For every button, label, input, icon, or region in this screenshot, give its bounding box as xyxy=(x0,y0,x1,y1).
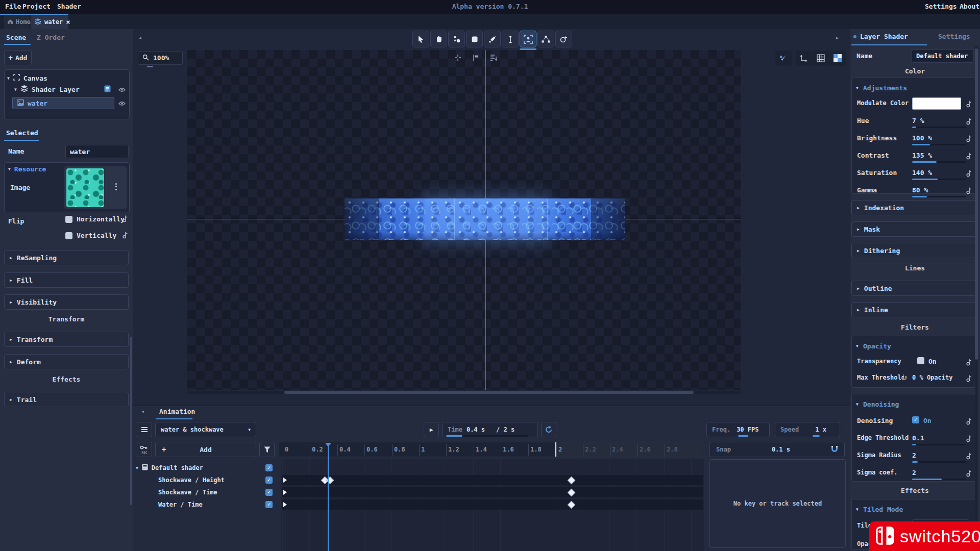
lane-start-key-icon[interactable] xyxy=(283,478,287,483)
gizmo-toggle-button[interactable] xyxy=(796,51,812,66)
key-icon[interactable] xyxy=(122,215,128,224)
section-deform[interactable]: ▶Deform xyxy=(4,354,129,369)
track-checkbox[interactable] xyxy=(265,489,273,496)
key-icon[interactable] xyxy=(966,435,972,444)
filter-tracks-button[interactable] xyxy=(259,442,275,457)
track-checkbox[interactable] xyxy=(265,501,273,508)
key-icon[interactable] xyxy=(966,417,972,427)
reset-icon[interactable]: ↺ xyxy=(903,373,907,381)
right-scrollbar-thumb[interactable] xyxy=(975,48,978,360)
key-icon[interactable] xyxy=(966,452,972,461)
key-icon[interactable] xyxy=(966,358,972,367)
track-lane[interactable] xyxy=(282,487,703,497)
background-checker-toggle-button[interactable] xyxy=(829,51,846,66)
collapse-caret-icon[interactable]: ▼ xyxy=(14,87,17,92)
row-value[interactable]: 80 % xyxy=(912,186,928,194)
slider-track[interactable] xyxy=(912,161,966,163)
row-value[interactable]: 0.1 xyxy=(912,434,924,442)
tree-item-canvas[interactable]: ▼ Canvas xyxy=(7,72,126,84)
time-slider-track[interactable] xyxy=(446,435,528,437)
tool-select[interactable] xyxy=(412,31,429,47)
resource-header[interactable]: ▼ Resource xyxy=(8,165,46,173)
loop-button[interactable] xyxy=(541,422,556,437)
zoom-control[interactable]: 100% xyxy=(138,51,183,65)
grid-toggle-button[interactable] xyxy=(813,51,829,66)
row-value[interactable]: 100 % xyxy=(912,134,932,142)
key-icon[interactable] xyxy=(966,187,972,196)
tab-water[interactable]: water × xyxy=(31,15,68,29)
section-visibility[interactable]: ▶Visibility xyxy=(4,294,129,310)
timeline-collapse-icon[interactable]: ▼ xyxy=(142,410,144,414)
key-icon[interactable] xyxy=(122,231,128,240)
track-row-default-shader[interactable]: ▼ Default shader xyxy=(136,462,278,473)
slider-track[interactable] xyxy=(912,127,966,128)
center-view-crosshair-icon[interactable] xyxy=(454,54,461,63)
eye-icon[interactable] xyxy=(118,86,126,94)
zoom-slider-nub[interactable] xyxy=(147,66,153,67)
slider-track[interactable] xyxy=(912,144,966,145)
playhead-line[interactable] xyxy=(328,443,329,551)
magnet-icon[interactable] xyxy=(831,445,838,454)
modulate-color-swatch[interactable] xyxy=(912,97,961,110)
zoom-value[interactable]: 100% xyxy=(153,54,169,62)
animation-clip-dropdown[interactable]: water & shockwave ▼ xyxy=(155,422,256,437)
snap-box[interactable]: Snap 0.1 s xyxy=(709,442,845,457)
shader-name-input[interactable] xyxy=(912,49,974,63)
key-icon[interactable] xyxy=(966,374,972,384)
collapse-right-arrow-icon[interactable]: ▶ xyxy=(836,36,839,40)
collapse-left-arrow-icon[interactable]: ◀ xyxy=(139,36,141,40)
freq-value[interactable]: 30 FPS xyxy=(737,426,758,433)
tool-brush[interactable] xyxy=(484,31,501,47)
section-trail[interactable]: ▶Trail xyxy=(4,392,129,407)
play-button[interactable]: ▶ xyxy=(424,422,439,437)
denoising-checkbox[interactable] xyxy=(912,416,919,423)
section-outline[interactable]: ▶Outline xyxy=(851,281,976,296)
tool-pan-hand[interactable] xyxy=(430,31,447,47)
section-indexation[interactable]: ▶Indexation xyxy=(851,200,976,215)
adjustments-header[interactable]: Adjustments xyxy=(863,84,907,92)
opacity-header[interactable]: Opacity xyxy=(863,342,891,350)
eye-icon[interactable] xyxy=(118,100,126,108)
slider-track[interactable] xyxy=(912,479,966,480)
left-panel-scrollbar[interactable] xyxy=(130,337,132,505)
row-value[interactable]: 140 % xyxy=(912,169,932,177)
section-transform[interactable]: ▶Transform xyxy=(4,332,129,347)
tiled-mode-header[interactable]: Tiled Mode xyxy=(863,506,903,513)
add-button[interactable]: + Add xyxy=(4,50,32,65)
slider-track[interactable] xyxy=(912,444,966,445)
slider-track[interactable] xyxy=(912,461,966,463)
tool-scale-vertical[interactable] xyxy=(502,31,519,47)
track-checkbox[interactable] xyxy=(265,464,273,471)
time-value[interactable]: 0.4 s xyxy=(467,426,485,433)
track-lane[interactable] xyxy=(282,499,703,510)
speed-box[interactable]: Speed 1 x xyxy=(775,422,840,437)
tab-layer-shader[interactable]: Layer Shader xyxy=(853,33,908,40)
flip-horizontal-checkbox[interactable] xyxy=(65,216,72,223)
tab-home[interactable]: Home xyxy=(4,15,30,29)
key-icon[interactable] xyxy=(966,152,972,161)
zorder-list-icon[interactable] xyxy=(490,54,498,63)
section-inline[interactable]: ▶Inline xyxy=(851,302,976,317)
record-keys-button[interactable]: REC xyxy=(137,442,152,457)
layer-name-input[interactable] xyxy=(65,145,129,158)
track-row-water-time[interactable]: Water / Time xyxy=(158,499,278,510)
tool-shape[interactable] xyxy=(466,31,483,47)
row-value[interactable]: 2 xyxy=(912,452,916,459)
timeline-menu-button[interactable] xyxy=(137,422,152,437)
transparency-checkbox[interactable] xyxy=(917,357,924,364)
tool-effects[interactable] xyxy=(555,31,572,47)
snap-value[interactable]: 0.1 s xyxy=(772,446,790,453)
tab-close-icon[interactable]: × xyxy=(66,18,70,26)
track-checkbox[interactable] xyxy=(265,477,273,484)
collapse-caret-icon[interactable]: ▼ xyxy=(136,466,138,470)
preview-quality-button[interactable] xyxy=(775,51,792,66)
tool-points[interactable] xyxy=(448,31,465,47)
tab-scene[interactable]: Scene xyxy=(6,34,26,41)
lane-start-key-icon[interactable] xyxy=(283,502,287,507)
origin-flag-icon[interactable] xyxy=(473,54,479,63)
section-dithering[interactable]: ▶Dithering xyxy=(851,243,976,258)
timeline-ruler[interactable]: 0 0.2 0.4 0.6 0.8 1 1.2 1.4 1.6 1.8 2 2.… xyxy=(279,442,704,457)
tab-zorder[interactable]: Z Order xyxy=(37,34,65,41)
key-icon[interactable] xyxy=(966,135,972,144)
track-lane[interactable] xyxy=(282,475,703,485)
